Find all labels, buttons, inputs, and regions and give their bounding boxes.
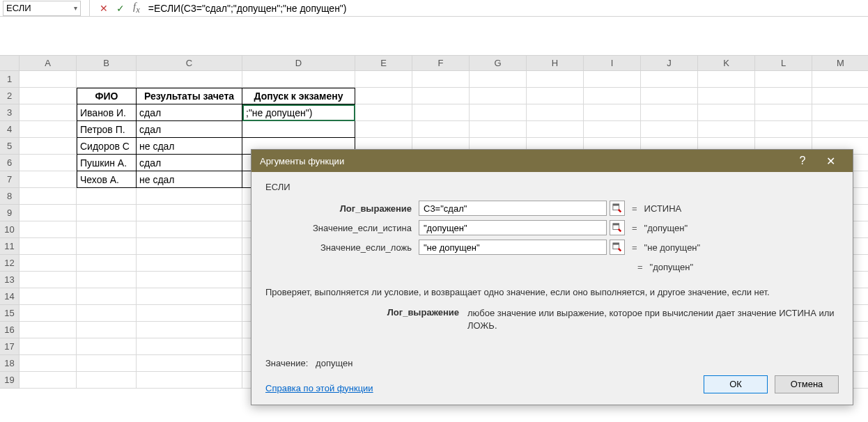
cell[interactable]: не сдал: [137, 171, 242, 188]
chevron-down-icon[interactable]: ▾: [74, 4, 77, 12]
cell[interactable]: [20, 188, 77, 205]
ok-button[interactable]: ОК: [704, 375, 768, 393]
range-picker-icon[interactable]: [610, 240, 625, 255]
cell[interactable]: [755, 104, 812, 121]
help-icon[interactable]: ?: [789, 150, 816, 172]
cell[interactable]: Сидоров С: [77, 138, 137, 155]
cell[interactable]: [242, 121, 355, 138]
column-header[interactable]: G: [470, 56, 527, 71]
cell[interactable]: [470, 88, 527, 104]
row-header[interactable]: 17: [0, 338, 20, 355]
row-header[interactable]: 12: [0, 255, 20, 272]
cell[interactable]: [812, 104, 868, 121]
row-header[interactable]: 8: [0, 188, 20, 205]
cell[interactable]: [77, 288, 137, 305]
cell[interactable]: [470, 71, 527, 88]
row-header[interactable]: 2: [0, 88, 20, 104]
cell[interactable]: [77, 338, 137, 355]
row-header[interactable]: 15: [0, 305, 20, 322]
row-header[interactable]: 11: [0, 238, 20, 255]
row-header[interactable]: 7: [0, 171, 20, 188]
cell[interactable]: [527, 88, 584, 104]
cell[interactable]: [20, 121, 77, 138]
cell[interactable]: [77, 71, 137, 88]
cell[interactable]: [584, 104, 641, 121]
cell[interactable]: [137, 322, 242, 338]
cell[interactable]: [20, 305, 77, 322]
cell[interactable]: [470, 121, 527, 138]
column-header[interactable]: I: [584, 56, 641, 71]
cell[interactable]: [355, 88, 412, 104]
cell[interactable]: [137, 238, 242, 255]
cell[interactable]: [20, 71, 77, 88]
cell[interactable]: [77, 238, 137, 255]
row-header[interactable]: 10: [0, 221, 20, 238]
cell[interactable]: [77, 272, 137, 288]
cell[interactable]: [77, 322, 137, 338]
column-header[interactable]: L: [755, 56, 812, 71]
cell[interactable]: [812, 121, 868, 138]
column-header[interactable]: M: [812, 56, 868, 71]
cell[interactable]: [20, 205, 77, 221]
cell[interactable]: [812, 71, 868, 88]
cell[interactable]: [137, 372, 242, 389]
dialog-titlebar[interactable]: Аргументы функции ? ✕: [251, 150, 853, 172]
cell[interactable]: [137, 71, 242, 88]
cell[interactable]: [77, 221, 137, 238]
cell[interactable]: ФИО: [77, 88, 137, 104]
cell[interactable]: [755, 88, 812, 104]
column-header[interactable]: H: [527, 56, 584, 71]
cell[interactable]: [20, 338, 77, 355]
cell[interactable]: [137, 272, 242, 288]
cell[interactable]: [412, 121, 470, 138]
cell[interactable]: Допуск к экзамену: [242, 88, 355, 104]
cell[interactable]: [20, 138, 77, 155]
cell[interactable]: [137, 205, 242, 221]
column-header[interactable]: J: [641, 56, 698, 71]
range-picker-icon[interactable]: [610, 201, 625, 216]
column-header[interactable]: F: [412, 56, 470, 71]
cell[interactable]: [641, 71, 698, 88]
column-header[interactable]: C: [137, 56, 242, 71]
cell[interactable]: Чехов А.: [77, 171, 137, 188]
cell[interactable]: [20, 255, 77, 272]
cell[interactable]: [77, 255, 137, 272]
cell[interactable]: [20, 272, 77, 288]
cell[interactable]: [412, 104, 470, 121]
column-header[interactable]: D: [242, 56, 355, 71]
cell[interactable]: [698, 104, 755, 121]
cell[interactable]: [755, 71, 812, 88]
arg-input[interactable]: [419, 201, 607, 216]
cell[interactable]: [641, 104, 698, 121]
help-link[interactable]: Справка по этой функции: [265, 383, 697, 393]
cell[interactable]: [527, 71, 584, 88]
row-header[interactable]: 9: [0, 205, 20, 221]
check-icon[interactable]: ✓: [112, 1, 129, 16]
cell[interactable]: [137, 288, 242, 305]
cell[interactable]: [584, 71, 641, 88]
arg-input[interactable]: [419, 220, 607, 235]
cell[interactable]: [20, 288, 77, 305]
cell[interactable]: [20, 88, 77, 104]
cell[interactable]: [584, 121, 641, 138]
cell[interactable]: [355, 71, 412, 88]
select-all-corner[interactable]: [0, 56, 20, 71]
column-header[interactable]: E: [355, 56, 412, 71]
row-header[interactable]: 6: [0, 155, 20, 171]
cell[interactable]: [242, 71, 355, 88]
row-header[interactable]: 19: [0, 372, 20, 389]
cell[interactable]: [20, 372, 77, 389]
cell[interactable]: сдал: [137, 121, 242, 138]
cell[interactable]: [812, 88, 868, 104]
cell[interactable]: [527, 121, 584, 138]
cell[interactable]: Иванов И.: [77, 104, 137, 121]
cell[interactable]: [584, 88, 641, 104]
cell[interactable]: [20, 104, 77, 121]
cell[interactable]: сдал: [137, 104, 242, 121]
row-header[interactable]: 4: [0, 121, 20, 138]
cell[interactable]: [698, 71, 755, 88]
row-header[interactable]: 16: [0, 322, 20, 338]
cell[interactable]: [137, 355, 242, 372]
cell[interactable]: ;"не допущен"): [242, 104, 355, 121]
row-header[interactable]: 13: [0, 272, 20, 288]
